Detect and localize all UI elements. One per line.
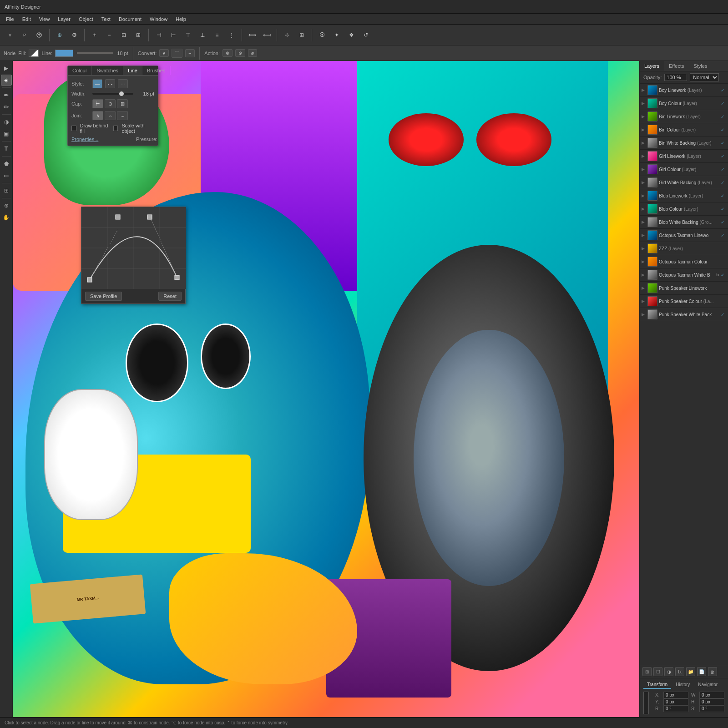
- layer-delete-btn[interactable]: 🗑: [708, 667, 717, 676]
- gradient-tool-btn[interactable]: ▣: [1, 128, 12, 139]
- menu-help[interactable]: Help: [172, 15, 190, 23]
- distribute-h-btn[interactable]: ≡: [211, 29, 223, 41]
- layer-visible-icon[interactable]: ✓: [721, 141, 726, 146]
- layer-visible-icon[interactable]: ✓: [721, 233, 726, 238]
- symbols-btn[interactable]: ❖: [345, 29, 358, 41]
- transform-tab[interactable]: Transform: [643, 681, 671, 689]
- style-dash-btn[interactable]: - -: [105, 79, 115, 88]
- layer-visible-icon[interactable]: ✓: [721, 101, 726, 106]
- layer-row-bin-colour[interactable]: ▶ Bin Colour (Layer) ✓: [640, 123, 728, 136]
- pixel-mode-btn[interactable]: P: [18, 29, 31, 41]
- layer-mask-btn[interactable]: ◑: [664, 667, 673, 676]
- layer-row-blob-linework[interactable]: ▶ Blob Linework (Layer) ✓: [640, 189, 728, 202]
- layer-row-octopus-colour[interactable]: ▶ Octopus Taxman Colour: [640, 255, 728, 268]
- scale-with-object-checkbox[interactable]: [113, 126, 118, 131]
- fill-swatch[interactable]: [29, 50, 39, 57]
- colour-tab[interactable]: Colour: [68, 66, 92, 75]
- layer-row-boy-linework[interactable]: ▶ Boy Linework (Layer) ✓: [640, 84, 728, 97]
- layer-visible-icon[interactable]: ✓: [721, 88, 726, 93]
- action-break-btn[interactable]: ⊕: [222, 49, 233, 57]
- cap-butt-btn[interactable]: ⊢: [92, 99, 103, 108]
- grid-btn[interactable]: ⊞: [295, 29, 308, 41]
- align-center-btn[interactable]: ⊢: [167, 29, 180, 41]
- swatches-tab[interactable]: Swatches: [92, 66, 123, 75]
- s-input[interactable]: [699, 705, 724, 712]
- line-color-swatch[interactable]: [55, 50, 73, 57]
- flip-v-btn[interactable]: ⟻: [260, 29, 273, 41]
- layer-row-zzz[interactable]: ▶ ZZZ (Layer): [640, 242, 728, 255]
- crop-tool-btn[interactable]: ⊞: [1, 185, 12, 196]
- hand-tool-btn[interactable]: ✋: [1, 212, 12, 223]
- history-tab[interactable]: History: [672, 681, 693, 689]
- save-profile-btn[interactable]: Save Profile: [85, 292, 122, 301]
- flip-h-btn[interactable]: ⟺: [246, 29, 258, 41]
- layer-row-octopus-linework[interactable]: ▶ Octopus Taxman Linewo ✓: [640, 229, 728, 242]
- layer-row-girl-colour[interactable]: ▶ Girl Colour (Layer) ✓: [640, 163, 728, 176]
- zoom-tool-btn[interactable]: ⊕: [1, 200, 12, 211]
- width-slider[interactable]: [92, 93, 133, 95]
- layer-visible-icon[interactable]: ✓: [721, 273, 726, 278]
- y-input[interactable]: [663, 698, 688, 705]
- align-top-btn[interactable]: ⊥: [196, 29, 209, 41]
- layer-folder-btn[interactable]: 📁: [686, 667, 695, 676]
- layer-row-punk-colour[interactable]: ▶ Punk Speaker Colour (La...: [640, 295, 728, 308]
- color-wheel-btn[interactable]: ⦿: [316, 29, 329, 41]
- layer-row-bin-white-backing[interactable]: ▶ Bin White Backing (Layer) ✓: [640, 136, 728, 150]
- menu-layer[interactable]: Layer: [54, 15, 74, 23]
- cap-round-btn[interactable]: ⊙: [105, 99, 116, 108]
- settings-btn[interactable]: ⚙: [68, 29, 81, 41]
- distribute-v-btn[interactable]: ⋮: [225, 29, 238, 41]
- fit-btn[interactable]: ⊡: [117, 29, 130, 41]
- layers-tab[interactable]: Layers: [640, 61, 664, 71]
- layer-visible-icon[interactable]: ✓: [721, 180, 726, 185]
- convert-cusp-btn[interactable]: ∧: [159, 49, 169, 57]
- navigator-tab[interactable]: Navigator: [694, 681, 721, 689]
- w-input[interactable]: [699, 692, 724, 698]
- menu-window[interactable]: Window: [146, 15, 171, 23]
- layer-row-girl-linework[interactable]: ▶ Girl Linework (Layer) ✓: [640, 150, 728, 163]
- menu-object[interactable]: Object: [75, 15, 97, 23]
- layer-visible-icon[interactable]: ✓: [721, 220, 726, 225]
- layer-visible-icon[interactable]: ✓: [721, 127, 726, 132]
- layer-row-boy-colour[interactable]: ▶ Boy Colour (Layer) ✓: [640, 97, 728, 110]
- layer-row-octopus-white[interactable]: ▶ Octopus Taxman White B fx ✓: [640, 268, 728, 282]
- convert-symmetric-btn[interactable]: ⌢: [185, 49, 195, 57]
- line-tab[interactable]: Line: [123, 66, 142, 75]
- rect-tool-btn[interactable]: ▭: [1, 170, 12, 181]
- properties-link[interactable]: Properties...: [71, 136, 98, 142]
- pressure-graph[interactable]: [81, 207, 186, 289]
- menu-text[interactable]: Text: [98, 15, 114, 23]
- pen-tool-btn[interactable]: ✒: [1, 90, 12, 101]
- action-close-btn[interactable]: ⌀: [248, 49, 257, 57]
- r-input[interactable]: [663, 705, 688, 712]
- style-solid-btn[interactable]: —: [92, 79, 102, 88]
- join-bevel-btn[interactable]: ⌣: [117, 111, 128, 120]
- blend-mode-select[interactable]: Normal Multiply Screen Overlay: [690, 73, 719, 81]
- join-miter-btn[interactable]: ∧: [92, 111, 103, 120]
- zoom-out-btn[interactable]: −: [103, 29, 116, 41]
- draw-behind-fill-checkbox[interactable]: [71, 126, 76, 131]
- layer-visible-icon[interactable]: ✓: [721, 167, 726, 172]
- history-btn[interactable]: ↺: [359, 29, 372, 41]
- layer-row-girl-white-backing[interactable]: ▶ Girl White Backing (Layer) ✓: [640, 176, 728, 189]
- action-join-btn[interactable]: ⊗: [235, 49, 245, 57]
- layer-visible-icon[interactable]: ✓: [721, 312, 726, 317]
- view-btn[interactable]: ⊞: [132, 29, 145, 41]
- place-btn[interactable]: ⊕: [53, 29, 66, 41]
- layer-visible-icon[interactable]: ✓: [721, 193, 726, 198]
- layer-visible-icon[interactable]: ✓: [721, 207, 726, 212]
- layer-fx-btn[interactable]: fx: [675, 667, 684, 676]
- layer-row-punk-linework[interactable]: ▶ Punk Speaker Linework: [640, 282, 728, 295]
- align-left-btn[interactable]: ⊣: [152, 29, 165, 41]
- style-dot-btn[interactable]: ···: [118, 79, 128, 88]
- layer-row-blob-white-backing[interactable]: ▶ Blob White Backing (Gro... ✓: [640, 216, 728, 229]
- menu-file[interactable]: File: [2, 15, 18, 23]
- reset-btn[interactable]: Reset: [158, 292, 182, 301]
- canvas-area[interactable]: MR TAXM... Colour Swatches Line Brushes …: [13, 61, 639, 717]
- text-tool-btn[interactable]: T: [1, 143, 12, 154]
- fill-tool-btn[interactable]: ◑: [1, 116, 12, 127]
- menu-edit[interactable]: Edit: [19, 15, 35, 23]
- layer-row-blob-colour[interactable]: ▶ Blob Colour (Layer) ✓: [640, 202, 728, 216]
- pencil-tool-btn[interactable]: ✏: [1, 101, 12, 112]
- brushes-btn[interactable]: ✦: [330, 29, 343, 41]
